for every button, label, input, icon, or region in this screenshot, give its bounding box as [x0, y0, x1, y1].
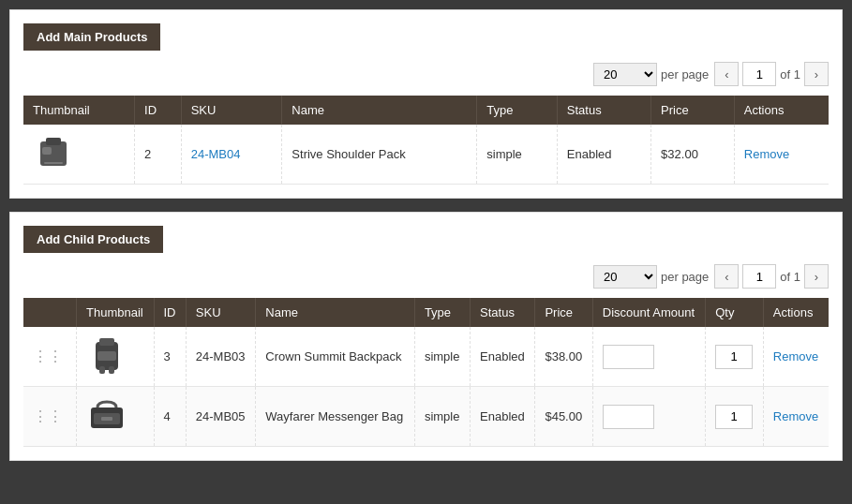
main-col-actions: Actions	[734, 96, 829, 125]
product-thumbnail-icon	[33, 162, 74, 176]
child-col-id: ID	[154, 298, 186, 327]
main-status-cell: Enabled	[557, 125, 650, 185]
main-sku-link[interactable]: 24-MB04	[191, 147, 241, 161]
main-col-name: Name	[282, 96, 477, 125]
child-product-thumbnail-icon	[86, 424, 127, 438]
main-id-cell: 2	[135, 125, 182, 185]
child-page-input[interactable]	[742, 264, 776, 289]
main-prev-page-button[interactable]: ‹	[714, 62, 739, 86]
main-next-page-button[interactable]: ›	[804, 62, 829, 86]
child-product-thumbnail-icon	[86, 364, 127, 378]
child-col-name: Name	[256, 298, 415, 327]
main-col-type: Type	[477, 96, 558, 125]
drag-handle-icon[interactable]: ⋮⋮	[33, 408, 67, 425]
main-page-nav: ‹ of 1 ›	[714, 62, 829, 86]
child-name-cell: Wayfarer Messenger Bag	[256, 387, 415, 447]
child-status-cell: Enabled	[471, 387, 535, 447]
child-status-cell: Enabled	[471, 327, 535, 387]
child-per-page-select[interactable]: 20 50 100 per page	[593, 265, 709, 289]
child-type-cell: simple	[414, 327, 470, 387]
child-id-cell: 4	[154, 387, 186, 447]
child-id-cell: 3	[154, 327, 186, 387]
main-per-page-dropdown[interactable]: 20 50 100	[593, 63, 657, 86]
svg-rect-5	[99, 338, 114, 346]
child-price-cell: $45.00	[535, 387, 592, 447]
discount-amount-input[interactable]	[603, 405, 654, 429]
child-col-type: Type	[414, 298, 470, 327]
qty-input[interactable]	[715, 405, 753, 429]
main-actions-cell[interactable]: Remove	[734, 125, 829, 185]
child-sku-cell: 24-MB05	[186, 387, 255, 447]
child-col-drag	[23, 298, 77, 327]
main-products-table: Thumbnail ID SKU Name Type Status Price …	[23, 96, 829, 185]
child-sku-cell: 24-MB03	[186, 327, 255, 387]
child-table-row: ⋮⋮ 4 24-MB05 Wayfarer Messenger Bag simp…	[23, 387, 829, 447]
child-actions-cell[interactable]: Remove	[763, 387, 829, 447]
main-col-id: ID	[135, 96, 182, 125]
child-remove-link[interactable]: Remove	[773, 409, 818, 423]
main-price-cell: $32.00	[651, 125, 735, 185]
svg-rect-3	[44, 162, 63, 164]
child-table-row: ⋮⋮ 3 24-MB03 Crown Summit Backpack simpl…	[23, 327, 829, 387]
svg-rect-7	[99, 366, 105, 374]
main-page-input[interactable]	[742, 62, 776, 86]
child-discount-cell[interactable]	[592, 327, 705, 387]
main-name-cell: Strive Shoulder Pack	[282, 125, 477, 185]
child-price-cell: $38.00	[535, 327, 592, 387]
main-col-sku: SKU	[181, 96, 282, 125]
child-type-cell: simple	[414, 387, 470, 447]
child-col-discount: Discount Amount	[592, 298, 705, 327]
child-qty-cell[interactable]	[706, 327, 764, 387]
child-col-status: Status	[471, 298, 535, 327]
main-pagination-bar: 20 50 100 per page ‹ of 1 ›	[23, 62, 829, 86]
child-products-section: Add Child Products 20 50 100 per page ‹ …	[9, 212, 843, 461]
main-col-thumbnail: Thumbnail	[23, 96, 135, 125]
drag-handle-icon[interactable]: ⋮⋮	[33, 348, 67, 365]
child-actions-cell[interactable]: Remove	[763, 327, 829, 387]
child-remove-link[interactable]: Remove	[773, 349, 818, 363]
child-col-qty: Qty	[706, 298, 764, 327]
child-name-cell: Crown Summit Backpack	[256, 327, 415, 387]
main-per-page-label: per page	[661, 67, 709, 82]
child-col-price: Price	[535, 298, 592, 327]
main-table-row: 2 24-MB04 Strive Shoulder Pack simple En…	[23, 125, 829, 185]
child-thumbnail-cell	[77, 387, 155, 447]
child-table-header-row: Thumbnail ID SKU Name Type Status Price …	[23, 298, 829, 327]
child-page-nav: ‹ of 1 ›	[714, 264, 829, 289]
child-col-sku: SKU	[186, 298, 255, 327]
child-col-actions: Actions	[763, 298, 829, 327]
child-discount-cell[interactable]	[592, 387, 705, 447]
main-type-cell: simple	[477, 125, 558, 185]
main-thumbnail-cell	[23, 125, 135, 185]
svg-rect-2	[42, 147, 52, 155]
svg-rect-6	[97, 351, 116, 361]
child-prev-page-button[interactable]: ‹	[714, 264, 739, 289]
main-products-title: Add Main Products	[23, 23, 160, 51]
svg-rect-1	[46, 138, 61, 145]
main-per-page-select[interactable]: 20 50 100 per page	[593, 63, 709, 86]
child-drag-handle-cell[interactable]: ⋮⋮	[23, 327, 77, 387]
child-per-page-dropdown[interactable]: 20 50 100	[593, 265, 657, 289]
main-table-header-row: Thumbnail ID SKU Name Type Status Price …	[23, 96, 829, 125]
main-of-label: of 1	[780, 67, 800, 82]
main-products-section: Add Main Products 20 50 100 per page ‹ o…	[9, 9, 843, 199]
child-drag-handle-cell[interactable]: ⋮⋮	[23, 387, 77, 447]
child-col-thumbnail: Thumbnail	[77, 298, 155, 327]
child-next-page-button[interactable]: ›	[804, 264, 829, 289]
child-products-title: Add Child Products	[23, 226, 163, 253]
svg-rect-8	[109, 366, 114, 374]
main-remove-link[interactable]: Remove	[744, 147, 789, 161]
discount-amount-input[interactable]	[603, 345, 654, 369]
child-qty-cell[interactable]	[706, 387, 764, 447]
main-sku-cell[interactable]: 24-MB04	[181, 125, 282, 185]
child-pagination-bar: 20 50 100 per page ‹ of 1 ›	[23, 264, 829, 289]
svg-rect-11	[101, 417, 112, 421]
main-col-status: Status	[557, 96, 650, 125]
qty-input[interactable]	[715, 345, 753, 369]
child-per-page-label: per page	[661, 270, 709, 284]
child-of-label: of 1	[780, 270, 800, 284]
main-col-price: Price	[651, 96, 735, 125]
child-products-table: Thumbnail ID SKU Name Type Status Price …	[23, 298, 829, 447]
child-thumbnail-cell	[77, 327, 155, 387]
